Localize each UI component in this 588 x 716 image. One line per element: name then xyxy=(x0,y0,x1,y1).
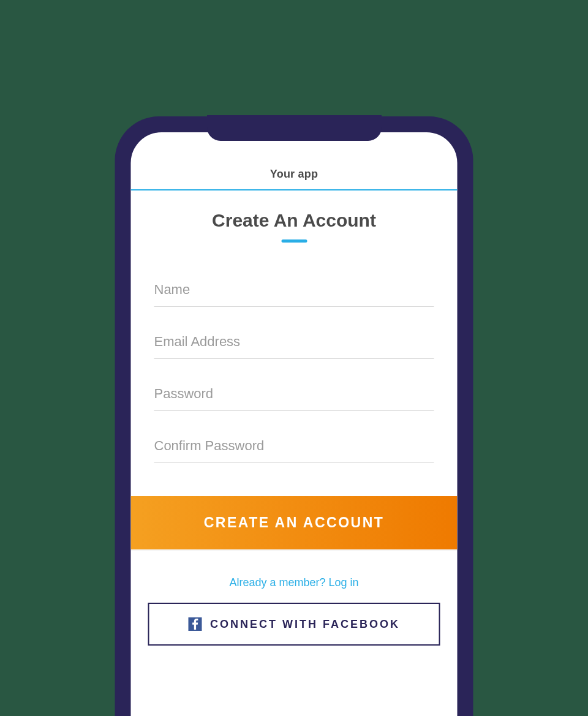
app-header: Your app xyxy=(131,132,458,190)
header-divider xyxy=(131,189,458,190)
email-field-wrapper xyxy=(154,330,434,359)
phone-frame: Your app Create An Account CREATE AN ACC… xyxy=(115,116,473,716)
login-link[interactable]: Already a member? Log in xyxy=(131,576,458,589)
page-heading: Create An Account xyxy=(131,210,458,243)
confirm-password-field-wrapper xyxy=(154,434,434,463)
name-field-wrapper xyxy=(154,278,434,307)
page-title: Create An Account xyxy=(131,210,458,231)
password-field-wrapper xyxy=(154,382,434,411)
app-title: Your app xyxy=(131,168,458,181)
password-input[interactable] xyxy=(154,382,434,411)
create-account-button[interactable]: CREATE AN ACCOUNT xyxy=(131,496,458,549)
phone-notch xyxy=(207,115,382,141)
facebook-connect-button[interactable]: CONNECT WITH FACEBOOK xyxy=(148,603,440,646)
signup-form xyxy=(131,243,458,463)
app-screen: Your app Create An Account CREATE AN ACC… xyxy=(131,132,458,716)
email-input[interactable] xyxy=(154,330,434,359)
facebook-icon xyxy=(188,617,202,631)
name-input[interactable] xyxy=(154,278,434,307)
facebook-button-label: CONNECT WITH FACEBOOK xyxy=(210,618,400,631)
confirm-password-input[interactable] xyxy=(154,434,434,463)
